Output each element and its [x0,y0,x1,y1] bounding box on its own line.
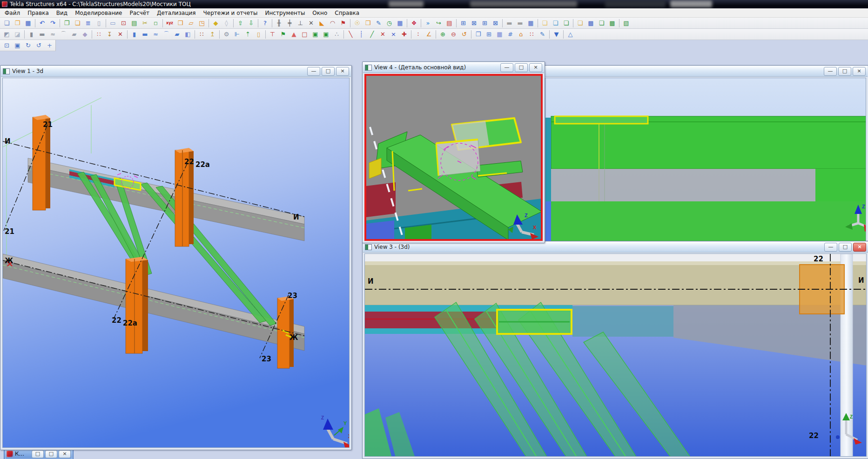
toolbar-button[interactable]: ✂ [140,18,150,28]
restore-button[interactable]: □ [32,450,44,458]
toolbar-button[interactable]: ⊤ [267,29,278,40]
toolbar-button[interactable]: ▮ [26,29,37,40]
toolbar-button[interactable]: ☉ [352,18,363,28]
toolbar-button[interactable]: ≈ [47,29,58,40]
menu-item-5[interactable]: Детализация [153,9,200,17]
toolbar-button[interactable]: ≣ [83,18,94,28]
toolbar-button[interactable]: □ [299,29,310,40]
beam-overlay-gray[interactable] [551,169,815,201]
toolbar-button[interactable]: ⊩ [232,29,242,40]
beam-band-tan[interactable] [365,261,867,305]
toolbar-button[interactable]: ⊡ [1,40,12,51]
title-bar[interactable]: Tekla Structures x64 - C:\TeklaStructure… [0,0,868,8]
toolbar-button[interactable]: ⚙ [221,29,232,40]
toolbar-button[interactable]: » [423,18,433,28]
column-22a[interactable] [126,257,148,353]
toolbar-button[interactable]: ∷ [526,29,537,40]
toolbar-button[interactable]: ⇡ [242,29,253,40]
toolbar-button[interactable]: ▯ [253,29,264,40]
close-button[interactable]: × [853,243,866,252]
toolbar-button[interactable]: ╪ [284,18,295,28]
toolbar-button[interactable]: ◆ [210,18,221,28]
toolbar-button[interactable]: ❒ [363,18,373,28]
toolbar-button[interactable]: ◧ [182,29,193,40]
selected-part-highlight[interactable] [555,116,648,124]
view3-canvas[interactable]: Z [365,254,867,457]
minimize-button[interactable]: — [307,67,320,76]
view2-viewport[interactable]: Z [545,78,866,246]
toolbar-button[interactable]: ▤ [444,18,455,28]
toolbar-button[interactable]: ▫ [150,18,161,28]
toolbar-button[interactable]: ▦ [395,18,405,28]
view4-canvas[interactable]: Z X [366,76,542,240]
view3-titlebar[interactable]: View 3 - (3d) — □ × [363,242,868,253]
toolbar-button[interactable]: ▩ [585,18,596,28]
toolbar-button[interactable]: ⊠ [469,18,479,28]
slab-green-bottom[interactable] [551,201,866,246]
toolbar-button[interactable]: ↪ [433,18,444,28]
toolbar-button[interactable]: ▦ [494,29,505,40]
toolbar-button[interactable]: ▰ [69,29,80,40]
toolbar-button[interactable]: × [388,29,399,40]
toolbar-button[interactable]: △ [565,29,576,40]
menu-item-2[interactable]: Вид [53,9,71,17]
toolbar-button[interactable]: ∶ [413,29,424,40]
menu-item-8[interactable]: Окно [309,9,331,17]
toolbar-button[interactable]: ⚑ [278,29,289,40]
toolbar-button[interactable]: ⊠ [490,18,501,28]
close-button[interactable]: × [59,450,71,458]
menu-item-7[interactable]: Инструменты [261,9,309,17]
column-21[interactable] [33,115,50,210]
toolbar-button[interactable]: ▩ [607,18,618,28]
toolbar-button[interactable]: ↥ [207,29,218,40]
toolbar-button[interactable]: xyz [164,18,175,28]
toolbar-button[interactable]: + [44,40,55,51]
view3-viewport[interactable]: Z И22И22 [364,253,867,457]
toolbar-button[interactable]: ⊞ [484,29,494,40]
view1-titlebar[interactable]: View 1 - 3d — □ × [1,66,351,77]
menu-item-0[interactable]: Файл [1,9,24,17]
view1-viewport[interactable]: Y X Z 21И2222аИ21Ж232222аЖ23 [2,78,350,448]
maximize-button[interactable]: □ [515,63,528,72]
toolbar-button[interactable]: ┊ [356,29,367,40]
toolbar-button[interactable]: ⊕ [437,29,448,40]
toolbar-button[interactable]: ❖ [409,18,419,28]
toolbar-button[interactable]: ◠ [327,18,338,28]
toolbar-button[interactable]: # [505,29,516,40]
toolbar-button[interactable]: ▲ [289,29,299,40]
maximize-button[interactable]: □ [839,243,852,252]
view2-canvas[interactable]: Z [545,78,866,246]
close-button[interactable]: × [529,63,542,72]
toolbar-button[interactable]: ╲ [345,29,356,40]
toolbar-button[interactable]: ❐ [473,29,484,40]
toolbar-button[interactable]: ▱ [186,18,196,28]
web-plate-gray[interactable] [436,140,480,176]
toolbar-button[interactable]: ⊥ [295,18,306,28]
toolbar-button[interactable]: ↷ [47,18,58,28]
toolbar-button[interactable]: ▮ [129,29,140,40]
view1-window[interactable]: View 1 - 3d — □ × [0,65,352,450]
toolbar-button[interactable]: ▦ [525,18,536,28]
toolbar-button[interactable]: ▧ [621,18,632,28]
toolbar-button[interactable]: ⚑ [338,18,349,28]
toolbar-button[interactable]: ✕ [115,29,126,40]
toolbar-button[interactable]: ◳ [196,18,207,28]
toolbar-button[interactable]: ✎ [537,29,548,40]
toolbar-button[interactable]: ◣ [316,18,327,28]
toolbar-button[interactable]: ⊖ [448,29,459,40]
toolbar-button[interactable]: ∷ [94,29,104,40]
toolbar-button[interactable]: ❏ [561,18,572,28]
toolbar-button[interactable]: ⌒ [161,29,172,40]
toolbar-button[interactable]: ❏ [1,18,12,28]
toolbar-button[interactable]: ▤ [129,18,140,28]
selected-part-highlight[interactable] [497,310,572,334]
toolbar-button[interactable]: ∠ [424,29,434,40]
menu-item-3[interactable]: Моделирование [71,9,126,17]
toolbar-button[interactable]: ◆ [80,29,90,40]
view2-window[interactable]: — □ × [543,65,868,248]
close-button[interactable]: × [853,67,866,76]
toolbar-button[interactable]: ∴ [331,29,342,40]
toolbar-button[interactable]: ❏ [575,18,585,28]
toolbar-button[interactable]: ◪ [12,29,23,40]
toolbar-button[interactable]: ▰ [172,29,182,40]
